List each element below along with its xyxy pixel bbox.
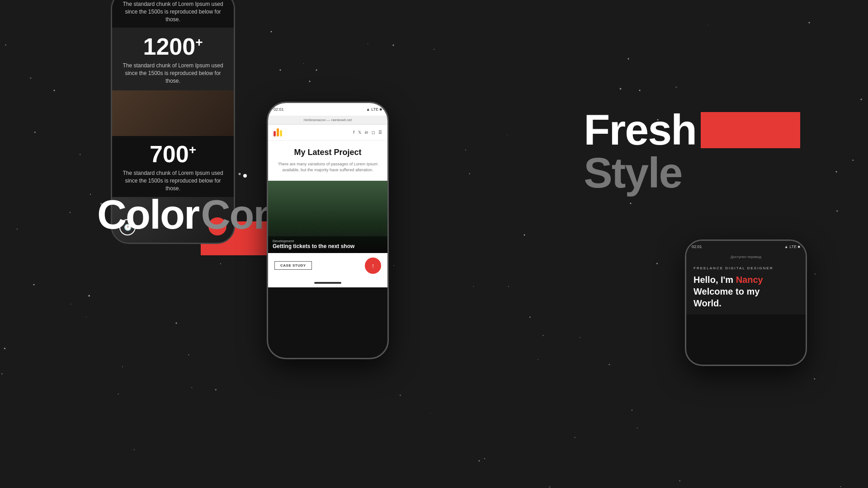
svg-point-12 [861, 99, 862, 100]
main-content-center: My Latest Project There are many variati… [268, 141, 387, 181]
project-card: Development Getting tickets to the next … [268, 181, 387, 278]
svg-point-35 [815, 273, 816, 275]
svg-point-64 [473, 286, 474, 287]
card-overlay: Development Getting tickets to the next … [268, 236, 387, 253]
svg-point-16 [70, 212, 71, 213]
svg-point-76 [708, 24, 708, 25]
hello-text: Hello, I'm Nancy Welcome to my World. [693, 274, 798, 309]
svg-point-32 [679, 480, 680, 481]
svg-point-4 [280, 70, 281, 71]
status-icons-right: ▲ LTE ■ [784, 244, 800, 249]
bottom-bar-center [268, 278, 387, 287]
svg-point-11 [809, 22, 810, 23]
svg-point-79 [529, 317, 531, 318]
logo-bar-3 [280, 130, 282, 136]
linkedin-icon: in [365, 130, 368, 135]
url-text-center: Небезопасно — rainbowit.net [304, 118, 352, 122]
separator-dot [243, 174, 247, 178]
svg-point-44 [122, 366, 123, 367]
time-center: 02:01 [274, 107, 284, 112]
svg-point-13 [836, 171, 837, 173]
svg-point-28 [484, 458, 486, 460]
facebook-icon: f [353, 130, 354, 135]
svg-point-61 [840, 486, 841, 487]
url-bar-center: Небезопасно — rainbowit.net [268, 116, 387, 125]
world-line: World. [693, 298, 722, 308]
svg-point-15 [90, 194, 91, 195]
svg-point-57 [538, 359, 538, 360]
svg-point-17 [239, 173, 241, 175]
svg-point-65 [507, 135, 508, 135]
svg-point-34 [434, 49, 434, 50]
card-category: Development [273, 239, 383, 243]
url-text-right: Доступен перевод [731, 255, 761, 259]
svg-point-46 [508, 286, 509, 287]
svg-point-59 [189, 354, 189, 355]
svg-point-56 [393, 265, 394, 266]
svg-point-24 [5, 44, 6, 46]
svg-point-6 [316, 70, 317, 71]
svg-point-40 [118, 394, 119, 394]
stat-1200: 1200+ [121, 33, 225, 60]
svg-point-71 [88, 295, 90, 297]
svg-point-53 [574, 437, 576, 438]
svg-point-77 [580, 337, 580, 338]
svg-point-37 [620, 88, 622, 90]
svg-point-45 [34, 131, 36, 133]
phone-right: 02:01 ▲ LTE ■ Доступен перевод FREELANCE… [685, 239, 807, 366]
status-icons-center: ▲ LTE ■ [366, 107, 382, 112]
svg-point-33 [465, 150, 466, 150]
instagram-icon: ◻ [372, 130, 375, 135]
menu-icon[interactable]: ☰ [378, 130, 382, 135]
logo-bar-2 [277, 128, 279, 136]
svg-point-5 [309, 81, 311, 82]
project-description: There are many variations of passages of… [274, 161, 381, 174]
svg-point-70 [17, 229, 18, 230]
svg-point-48 [632, 409, 633, 411]
stat-700: 700+ [121, 141, 225, 168]
svg-point-74 [400, 394, 401, 396]
phone-center: 02:01 ▲ LTE ■ Небезопасно — rainbowit.ne… [267, 102, 389, 359]
right-phone-content: FREELANCE DIGITAL DESIGNER Hello, I'm Na… [686, 261, 806, 314]
nav-center: f 𝕏 in ◻ ☰ [268, 125, 387, 141]
arrow-button-center[interactable]: ↑ [365, 258, 381, 274]
card-title: Getting tickets to the next show [273, 243, 383, 250]
status-bar-right: 02:01 ▲ LTE ■ [686, 241, 806, 253]
svg-point-55 [549, 486, 551, 488]
logo-bar-1 [274, 131, 276, 136]
svg-point-22 [191, 387, 192, 388]
stat2-text: The standard chunk of Lorem Ipsum used s… [121, 169, 225, 192]
svg-point-3 [271, 31, 272, 33]
svg-point-30 [80, 154, 80, 155]
card-actions: CASE STUDY ↑ [268, 253, 387, 278]
svg-point-39 [215, 389, 217, 390]
fresh-text: Fresh [584, 108, 696, 151]
stat1-text: The standard chunk of Lorem Ipsum used s… [121, 62, 225, 84]
svg-point-23 [637, 427, 638, 429]
svg-point-1 [33, 284, 35, 286]
svg-point-8 [524, 235, 525, 236]
svg-point-0 [54, 90, 55, 91]
svg-point-36 [430, 413, 431, 413]
svg-point-25 [542, 335, 544, 336]
top-lorem-text: The standard chunk of Lorem Ipsum used s… [121, 0, 225, 23]
twitter-icon: 𝕏 [358, 130, 361, 135]
nav-social-icons: f 𝕏 in ◻ ☰ [353, 130, 382, 135]
svg-point-72 [303, 63, 304, 64]
svg-point-78 [220, 263, 221, 264]
time-right: 02:01 [692, 244, 702, 249]
svg-point-68 [814, 378, 815, 380]
project-title: My Latest Project [274, 148, 381, 158]
svg-point-10 [639, 90, 641, 91]
svg-point-2 [176, 323, 177, 324]
svg-point-9 [628, 58, 629, 60]
svg-point-31 [4, 348, 5, 349]
name-highlight: Nancy [736, 275, 763, 285]
hello-prefix: Hello, I'm [693, 275, 736, 285]
svg-point-60 [86, 317, 86, 317]
case-study-button[interactable]: CASE STUDY [274, 261, 312, 270]
svg-point-43 [1, 373, 3, 375]
svg-point-29 [609, 364, 610, 365]
svg-point-42 [852, 160, 854, 161]
red-accent-bar-right [701, 112, 800, 148]
